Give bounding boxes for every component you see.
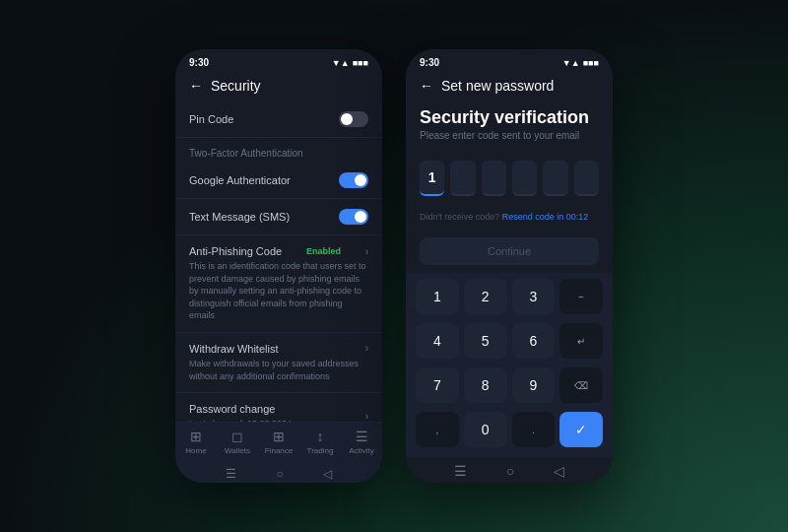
key-dot[interactable]: . (512, 412, 556, 447)
key-4[interactable]: 4 (416, 323, 459, 359)
phones-container: 9:30 ▼▲ ■■■ ← Security Pin Code Two-Fact… (175, 49, 613, 483)
two-factor-header: Two-Factor Authentication (175, 138, 382, 163)
withdraw-whitelist-label: Withdraw Whitelist (189, 343, 278, 355)
status-bar-1: 9:30 ▼▲ ■■■ (175, 49, 382, 72)
status-icons-1: ▼▲ ■■■ (332, 58, 368, 68)
resend-timer[interactable]: Resend code in 00:12 (502, 212, 589, 222)
key-backspace[interactable]: ⌫ (559, 367, 603, 403)
key-enter[interactable]: ↵ (559, 323, 603, 359)
password-change-chevron: › (365, 411, 368, 422)
trading-icon: ↕ (317, 429, 324, 444)
nav-trading[interactable]: ↕ Trading (299, 429, 341, 455)
hamburger-icon-2: ☰ (454, 463, 467, 479)
key-1[interactable]: 1 (416, 279, 459, 314)
password-change-row: Password change Last changed: 15.02.2024… (189, 403, 368, 422)
nav-finance[interactable]: ⊞ Finance (258, 429, 299, 455)
resend-text: Didn't receive code? Resend code in 00:1… (406, 204, 613, 230)
status-icons-2: ▼▲ ■■■ (562, 58, 599, 68)
anti-phishing-badge: Enabled (306, 246, 341, 256)
key-6[interactable]: 6 (512, 323, 556, 359)
sms-label: Text Message (SMS) (189, 211, 290, 223)
withdraw-whitelist-row: Withdraw Whitelist › (189, 343, 368, 355)
verification-title: Security verification (406, 101, 613, 130)
time-2: 9:30 (420, 57, 439, 68)
verification-subtitle: Please enter code sent to your email (406, 130, 613, 153)
set-password-title: Set new password (441, 78, 554, 94)
security-screen: ← Security Pin Code Two-Factor Authentic… (175, 72, 382, 483)
nav-wallets[interactable]: ◻ Wallets (217, 429, 258, 455)
verification-screen: ← Set new password Security verification… (406, 72, 613, 483)
key-minus[interactable]: − (559, 279, 603, 314)
trading-label: Trading (307, 446, 334, 455)
activity-label: Activity (349, 446, 373, 455)
key-8[interactable]: 8 (464, 367, 507, 403)
bottom-nav-1: ⊞ Home ◻ Wallets ⊞ Finance ↕ Trading ☰ (175, 422, 382, 463)
anti-phishing-chevron: › (365, 246, 368, 257)
back-triangle-icon-2: ◁ (554, 463, 564, 479)
pin-code-item[interactable]: Pin Code (175, 101, 382, 138)
google-auth-label: Google Authenticator (189, 174, 291, 186)
key-comma[interactable]: , (416, 412, 459, 447)
home-circle-icon: ○ (276, 467, 283, 481)
password-change-item[interactable]: Password change Last changed: 15.02.2024… (175, 393, 382, 422)
key-2[interactable]: 2 (464, 279, 507, 314)
back-triangle-icon: ◁ (323, 467, 332, 481)
pin-code-label: Pin Code (189, 113, 233, 125)
activity-icon: ☰ (356, 429, 368, 444)
wifi-icon: ▼▲ (332, 58, 350, 68)
time-1: 9:30 (189, 57, 209, 68)
ver-header: ← Set new password (406, 72, 613, 101)
nav-activity[interactable]: ☰ Activity (341, 429, 382, 455)
anti-phishing-label: Anti-Phishing Code (189, 245, 282, 257)
code-box-5[interactable] (574, 161, 599, 196)
code-box-4[interactable] (543, 161, 567, 196)
anti-phishing-item[interactable]: Anti-Phishing Code Enabled › This is an … (175, 235, 382, 333)
code-box-1[interactable] (450, 161, 475, 196)
key-7[interactable]: 7 (416, 367, 459, 403)
finance-icon: ⊞ (273, 429, 285, 444)
withdraw-whitelist-description: Make withdrawals to your saved addresses… (189, 358, 368, 382)
back-button-1[interactable]: ← (189, 78, 203, 94)
page-title-1: Security (211, 78, 261, 94)
home-label: Home (185, 446, 206, 455)
key-9[interactable]: 9 (512, 367, 556, 403)
code-inputs: 1 (406, 153, 613, 204)
key-confirm[interactable]: ✓ (559, 412, 603, 447)
sms-item[interactable]: Text Message (SMS) (175, 199, 382, 235)
code-box-2[interactable] (482, 161, 506, 196)
wallets-label: Wallets (225, 446, 250, 455)
password-change-label: Password change (189, 403, 292, 415)
finance-label: Finance (265, 446, 293, 455)
anti-phishing-description: This is an identification code that user… (189, 260, 368, 322)
sms-toggle[interactable] (339, 209, 368, 225)
phone-security: 9:30 ▼▲ ■■■ ← Security Pin Code Two-Fact… (175, 49, 382, 483)
home-icon: ⊞ (190, 429, 202, 444)
wallets-icon: ◻ (231, 429, 243, 444)
signal-icon: ■■■ (353, 58, 368, 68)
key-5[interactable]: 5 (464, 323, 507, 359)
phone-verification: 9:30 ▼▲ ■■■ ← Set new password Security … (406, 49, 613, 483)
nav-home[interactable]: ⊞ Home (175, 429, 217, 455)
wifi-icon-2: ▼▲ (562, 58, 580, 68)
key-3[interactable]: 3 (512, 279, 556, 314)
hamburger-icon: ☰ (226, 467, 236, 481)
settings-list: Pin Code Two-Factor Authentication Googl… (175, 101, 382, 422)
google-auth-toggle[interactable] (339, 172, 368, 188)
resend-label: Didn't receive code? (420, 212, 499, 222)
system-nav-2: ☰ ○ ◁ (406, 457, 613, 483)
pin-code-toggle[interactable] (339, 111, 368, 127)
key-0[interactable]: 0 (464, 412, 507, 447)
numpad: 1 2 3 − 4 5 6 ↵ 7 8 9 ⌫ , 0 . ✓ (406, 273, 613, 457)
status-bar-2: 9:30 ▼▲ ■■■ (406, 49, 613, 72)
google-auth-item[interactable]: Google Authenticator (175, 163, 382, 199)
system-nav-1: ☰ ○ ◁ (175, 463, 382, 483)
continue-button[interactable]: Continue (420, 237, 599, 265)
signal-icon-2: ■■■ (583, 58, 599, 68)
code-box-3[interactable] (512, 161, 537, 196)
code-box-0[interactable]: 1 (420, 161, 444, 196)
withdraw-whitelist-item[interactable]: Withdraw Whitelist › Make withdrawals to… (175, 333, 382, 393)
back-button-2[interactable]: ← (420, 78, 433, 94)
withdraw-whitelist-chevron: › (365, 343, 368, 354)
anti-phishing-row: Anti-Phishing Code Enabled › (189, 245, 368, 257)
password-change-text: Password change Last changed: 15.02.2024 (189, 403, 292, 422)
